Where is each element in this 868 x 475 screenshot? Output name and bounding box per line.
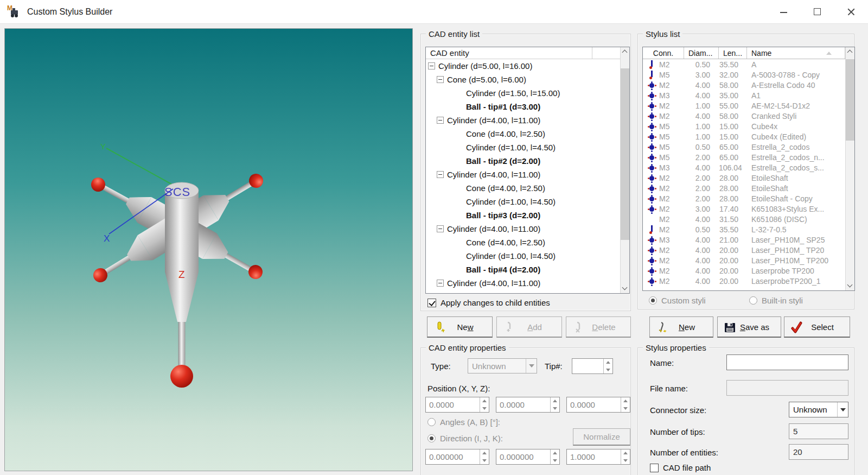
close-button[interactable]: [834, 0, 868, 24]
select-button[interactable]: Select: [784, 316, 850, 338]
stylus-row[interactable]: M2 4.00 20.00 Laser_PH10M_ TP20: [643, 245, 845, 255]
stylus-row[interactable]: M2 3.00 17.40 K651083+Stylus Ex...: [643, 204, 845, 214]
cad-add-button[interactable]: Add: [496, 316, 562, 338]
direction-input[interactable]: [567, 449, 621, 464]
3d-viewport[interactable]: Y X SCS Z: [4, 28, 413, 471]
spinner-buttons[interactable]: [621, 397, 630, 412]
stylus-row[interactable]: M2 4.00 31.50 K651086 (DISC): [643, 214, 845, 224]
apply-changes-checkbox-row[interactable]: Apply changes to child entities: [427, 298, 550, 307]
stylus-row[interactable]: M3 4.00 21.00 Laser_PH10M_ SP25: [643, 235, 845, 245]
custom-styli-radio-row[interactable]: Custom styli: [649, 296, 706, 305]
stylus-row[interactable]: M5 1.00 15.00 Cube4x: [643, 121, 845, 131]
position-spinner[interactable]: [496, 397, 560, 413]
stylus-row[interactable]: M5 0.50 65.00 Estrella_2_codos: [643, 142, 845, 152]
direction-input[interactable]: [496, 449, 550, 464]
stylus-row[interactable]: M5 1.00 15.00 Cube4x (Edited): [643, 131, 845, 142]
spinner-buttons[interactable]: [480, 449, 489, 464]
builtin-styli-radio-row[interactable]: Built-in styli: [749, 296, 803, 305]
scroll-down-icon[interactable]: [846, 281, 854, 290]
collapse-icon[interactable]: [437, 225, 444, 232]
stylus-row[interactable]: M3 4.00 35.00 A1: [643, 90, 845, 100]
stylus-row[interactable]: M2 2.00 28.00 EtoileShaft - Copy: [643, 193, 845, 204]
cad-file-path-checkbox[interactable]: [650, 464, 659, 472]
position-spinner[interactable]: [566, 397, 630, 413]
scroll-down-icon[interactable]: [621, 284, 629, 293]
name-input[interactable]: [731, 358, 848, 367]
minimize-button[interactable]: [767, 0, 801, 24]
direction-radio-row[interactable]: Direction (I, J, K):: [427, 434, 503, 443]
stylus-row[interactable]: M2 0.50 35.50 L-32-7-0.5: [643, 224, 845, 235]
tree-item[interactable]: Ball - tip#1 (d=3.00): [426, 100, 620, 113]
stylus-row[interactable]: M2 2.00 28.00 EtoileShaft: [643, 183, 845, 193]
tip-number-input[interactable]: [572, 359, 603, 373]
stylus-row[interactable]: M2 4.00 58.00 Cranked Styli: [643, 111, 845, 121]
number-of-tips-input[interactable]: [793, 427, 848, 436]
normalize-button[interactable]: Normalize: [573, 428, 630, 446]
angles-radio-row[interactable]: Angles (A, B) [°]:: [427, 417, 500, 427]
stylus-row[interactable]: M2 2.00 28.00 EtoileShaft: [643, 173, 845, 183]
tree-item[interactable]: Cone (d=5.00, l=6.00): [426, 73, 620, 86]
spinner-buttons[interactable]: [480, 397, 489, 412]
stylus-row[interactable]: M5 2.00 65.00 Estrella_2_codos_n...: [643, 152, 845, 162]
conn-column-header[interactable]: Conn.: [643, 47, 684, 59]
cad-delete-button[interactable]: Delete: [566, 316, 631, 338]
angles-radio[interactable]: [427, 418, 436, 426]
custom-styli-radio[interactable]: [649, 296, 657, 305]
tree-item[interactable]: Ball - tip#4 (d=2.00): [426, 263, 620, 276]
direction-spinner[interactable]: [425, 449, 489, 465]
type-dropdown[interactable]: Unknown: [468, 358, 537, 373]
spinner-buttons[interactable]: [603, 359, 612, 373]
apply-changes-checkbox[interactable]: [427, 299, 436, 307]
collapse-icon[interactable]: [437, 280, 444, 287]
tree-item[interactable]: Cylinder (d=4.00, l=11.00): [426, 276, 620, 290]
collapse-icon[interactable]: [437, 76, 444, 83]
number-of-entities-input[interactable]: [793, 447, 848, 457]
collapse-icon[interactable]: [437, 117, 444, 124]
tree-item[interactable]: Cylinder (d=1.00, l=4.50): [426, 195, 620, 208]
tree-item[interactable]: Ball - tip#2 (d=2.00): [426, 154, 620, 168]
position-spinner[interactable]: [425, 397, 489, 413]
name-column-header[interactable]: Name: [747, 47, 845, 59]
diameter-column-header[interactable]: Diam...: [684, 47, 719, 59]
tree-item[interactable]: Cylinder (d=4.00, l=11.00): [426, 168, 620, 181]
stylus-row[interactable]: M5 3.00 32.00 A-5003-0788 - Copy: [643, 69, 845, 80]
stylus-scrollbar[interactable]: [845, 47, 854, 290]
tip-number-spinner[interactable]: [572, 358, 613, 374]
stylus-row[interactable]: M2 4.00 20.00 LaserprobeTP200_1: [643, 276, 845, 286]
stylus-row[interactable]: M2 4.00 20.00 Laserprobe TP200: [643, 265, 845, 276]
length-column-header[interactable]: Len...: [719, 47, 747, 59]
tree-item[interactable]: Cone (d=4.00, l=2.50): [426, 127, 620, 141]
tree-item[interactable]: Cylinder (d=4.00, l=11.00): [426, 222, 620, 236]
spinner-buttons[interactable]: [550, 449, 559, 464]
spinner-buttons[interactable]: [621, 449, 630, 464]
collapse-icon[interactable]: [428, 62, 435, 69]
stylus-row[interactable]: M2 4.00 20.00 Laser_PH10M_ TP200: [643, 255, 845, 265]
maximize-button[interactable]: [801, 0, 834, 24]
direction-input[interactable]: [426, 449, 480, 464]
direction-radio[interactable]: [427, 434, 436, 442]
tree-item[interactable]: Cylinder (d=5.00, l=16.00): [426, 59, 620, 73]
cad-entity-column-header[interactable]: CAD entity: [426, 47, 620, 59]
tree-item[interactable]: Ball - tip#3 (d=2.00): [426, 208, 620, 222]
position-input[interactable]: [496, 397, 550, 412]
tree-item[interactable]: Cylinder (d=1.00, l=4.50): [426, 141, 620, 154]
builtin-styli-radio[interactable]: [749, 296, 757, 305]
tree-item[interactable]: Cone (d=4.00, l=2.50): [426, 181, 620, 195]
tree-scrollbar[interactable]: [620, 47, 629, 293]
connector-size-dropdown[interactable]: Unknown: [789, 402, 848, 417]
file-name-input[interactable]: [731, 383, 848, 392]
position-input[interactable]: [426, 397, 480, 412]
stylus-row[interactable]: M2 1.00 55.00 AE-M2-L54-D1x2: [643, 100, 845, 111]
collapse-icon[interactable]: [437, 171, 444, 178]
tree-item[interactable]: Cylinder (d=4.00, l=11.00): [426, 113, 620, 127]
direction-spinner[interactable]: [566, 449, 630, 465]
stylus-new-button[interactable]: New: [649, 316, 713, 338]
stylus-row[interactable]: M2 4.00 58.00 A-Estrella Codo 40: [643, 80, 845, 90]
stylus-row[interactable]: M3 4.00 106.04 Estrella_2_codos_s...: [643, 162, 845, 173]
scroll-up-icon[interactable]: [846, 47, 854, 56]
tree-item[interactable]: Cylinder (d=1.50, l=15.00): [426, 86, 620, 100]
direction-spinner[interactable]: [496, 449, 560, 465]
tree-item[interactable]: Cone (d=4.00, l=2.50): [426, 236, 620, 249]
tree-scrollbar-thumb[interactable]: [621, 68, 629, 240]
position-input[interactable]: [567, 397, 621, 412]
